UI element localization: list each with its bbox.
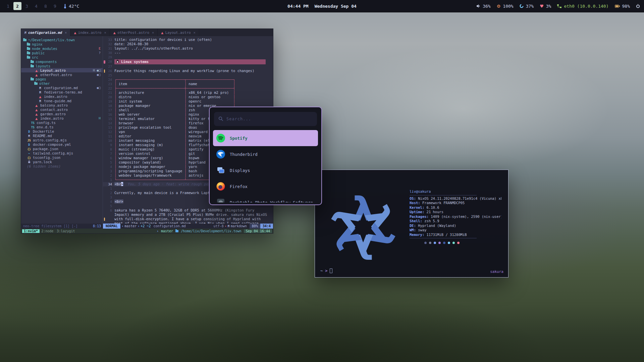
app-item-darktable-photo-workflow-software[interactable]: Darktable Photo Workflow Software bbox=[213, 194, 318, 202]
tab-close-icon[interactable]: × bbox=[152, 31, 154, 35]
tab-otherpost-astro[interactable]: ▲otherPost.astro× bbox=[110, 29, 158, 36]
tree-item-yarn-lock[interactable]: yarn.lock bbox=[21, 160, 103, 164]
search-input[interactable] bbox=[226, 117, 313, 121]
line-text bbox=[114, 55, 273, 59]
palette-dot-1 bbox=[429, 242, 431, 244]
table-border: │ bbox=[231, 99, 235, 103]
tab-layout-astro[interactable]: ▲Layout.astro× bbox=[158, 29, 199, 36]
tree-item-tsconfig-json[interactable]: {}tsconfig.json bbox=[21, 155, 103, 160]
tree-item-package-json[interactable]: {}package.json bbox=[21, 146, 103, 151]
tree-item-otherpost-astro[interactable]: ▲otherPost.astro●□ bbox=[21, 72, 103, 77]
hostname-label: sakura bbox=[490, 269, 503, 274]
fetch-entry-label: OS: bbox=[410, 196, 418, 200]
sign-column bbox=[103, 77, 106, 82]
tree-item-6-hidden-items[interactable]: (6 hidden items) bbox=[21, 164, 103, 168]
tmux-window-2-node[interactable]: 2:node bbox=[40, 229, 55, 233]
workspace-8[interactable]: 8 bbox=[42, 2, 50, 10]
buffer-line: 30--- bbox=[103, 51, 273, 55]
shell-prompt[interactable]: ~ > bbox=[320, 268, 332, 273]
module-brightness[interactable]: ⚙100% bbox=[497, 4, 514, 9]
tree-item-public[interactable]: public? bbox=[21, 51, 103, 55]
module-battery[interactable]: 98% bbox=[615, 4, 630, 9]
table-border: │ bbox=[114, 169, 119, 173]
search-box[interactable] bbox=[214, 112, 317, 126]
markdown-icon: M bbox=[38, 90, 42, 94]
module-network[interactable]: eth0 (10.0.0.140) bbox=[557, 4, 608, 9]
lock-icon bbox=[27, 160, 31, 164]
tree-item-fediverse-terms-md[interactable]: Mfediverse-terms.md bbox=[21, 90, 103, 94]
workspace-4[interactable]: 4 bbox=[32, 2, 40, 10]
buffer-line: 27 bbox=[103, 64, 273, 69]
line-number: 32 bbox=[106, 42, 114, 46]
volume-value: 36% bbox=[483, 4, 490, 9]
fetch-entry-value: zsh 5.9 bbox=[424, 219, 439, 223]
tree-item-nginx[interactable]: nginx bbox=[21, 42, 103, 46]
cpu-value: 3% bbox=[546, 4, 551, 9]
module-disk[interactable]: 37% bbox=[520, 4, 534, 9]
tree-item-contact-astro[interactable]: ▲contact.astro bbox=[21, 107, 103, 112]
tree-item-development-liv-town[interactable]: ~/Development/liv.town bbox=[21, 38, 103, 42]
tree-item-env-d-ts[interactable]: TSenv.d.ts bbox=[21, 125, 103, 129]
tree-item-docker-compose-yml[interactable]: Ddocker-compose.yml bbox=[21, 142, 103, 146]
tree-item-config-ts[interactable]: TSconfig.ts bbox=[21, 120, 103, 125]
module-cpu[interactable]: ♥3% bbox=[540, 4, 551, 9]
table-border: │ bbox=[114, 173, 119, 177]
app-item-firefox[interactable]: Firefox bbox=[213, 178, 318, 194]
workspace-2[interactable]: 2 bbox=[13, 2, 21, 10]
folder-icon bbox=[31, 61, 34, 63]
tree-item-layouts[interactable]: layouts bbox=[21, 64, 103, 68]
tab-close-icon[interactable]: × bbox=[65, 31, 67, 35]
tree-item-tone-guide-md[interactable]: Mtone-guide.md bbox=[21, 99, 103, 103]
table-cell: browser bbox=[119, 121, 182, 125]
tmux-window-3-lazygit[interactable]: 3:lazygit bbox=[55, 229, 76, 233]
workspace-3[interactable]: 3 bbox=[23, 2, 31, 10]
tree-item-src[interactable]: src bbox=[21, 55, 103, 59]
tree-item-badge: ●□ bbox=[97, 86, 101, 89]
app-label: Thunderbird bbox=[230, 152, 258, 157]
table-border: │ bbox=[182, 104, 189, 108]
tree-item-balcony-astro[interactable]: ▲balcony.astro bbox=[21, 103, 103, 107]
workspace-9[interactable]: 9 bbox=[51, 2, 59, 10]
tree-item-label: astro.config.mjs bbox=[33, 138, 67, 142]
module-power[interactable] bbox=[636, 4, 640, 8]
tree-item-node-modules[interactable]: node_modulesE bbox=[21, 46, 103, 51]
tree-item-astro-config-mjs[interactable]: JSastro.config.mjs bbox=[21, 138, 103, 142]
tree-item-pages[interactable]: pages bbox=[21, 77, 103, 81]
tree-item-index-astro[interactable]: ▲index.astro bbox=[21, 94, 103, 99]
app-item-spotify[interactable]: Spotify bbox=[213, 130, 318, 146]
tab-close-icon[interactable]: × bbox=[104, 31, 106, 35]
tree-item-label: src bbox=[32, 55, 38, 59]
tree-item-configuration-md[interactable]: Mconfiguration.md●□ bbox=[21, 85, 103, 90]
tree-item-layout-astro[interactable]: ▲Layout.astroH ●□ bbox=[21, 68, 103, 72]
tab-close-icon[interactable]: × bbox=[194, 31, 196, 35]
tree-item-index-astro[interactable]: ▲index.astroH bbox=[21, 116, 103, 120]
tmux-window-1-nvim[interactable]: 1:nvim* bbox=[22, 229, 40, 233]
module-volume[interactable]: 36% bbox=[476, 4, 490, 9]
tree-item-components[interactable]: components bbox=[21, 59, 103, 64]
tree-item-readme-md[interactable]: MREADME.md bbox=[21, 133, 103, 138]
tree-item-other[interactable]: other bbox=[21, 81, 103, 85]
line-number: 22 bbox=[106, 86, 114, 90]
tab-index-astro[interactable]: ▲index.astro× bbox=[70, 29, 110, 36]
sign-column bbox=[103, 208, 106, 224]
sign-column bbox=[103, 73, 106, 77]
workspace-1[interactable]: 1 bbox=[4, 2, 12, 10]
tab-configuration-md[interactable]: Mconfiguration.md× bbox=[21, 29, 70, 36]
line-number: 11 bbox=[106, 134, 114, 138]
app-item-displays[interactable]: Displays bbox=[213, 162, 318, 178]
fetch-entry-value: Framework FRANMDCP05 bbox=[422, 201, 465, 205]
tree-item-garden-astro[interactable]: ▲garden.astro bbox=[21, 112, 103, 116]
tree-item-tailwind-config-mjs[interactable]: ~tailwind.config.mjs bbox=[21, 151, 103, 155]
line-number: 5 bbox=[106, 160, 114, 165]
fetch-entry-value: 1409 (nix-system), 2590 (nix-user) bbox=[431, 215, 501, 219]
tree-item-badge: H ●□ bbox=[93, 68, 101, 72]
fetch-entry-kernel: Kernel: 6.10.6 bbox=[410, 205, 501, 210]
fetch-entry-value: 11731MiB / 31280MiB bbox=[427, 233, 467, 237]
sign-column bbox=[103, 191, 106, 195]
separator: › bbox=[157, 229, 159, 233]
tree-item-dockerfile[interactable]: DDockerfile bbox=[21, 129, 103, 133]
tree-item-label: configuration.md bbox=[44, 86, 78, 90]
fetch-content: λλλλλλ liv@sakura OS: NixOS 24.11.202408… bbox=[315, 170, 508, 277]
fetch-entry-label: Kernel: bbox=[410, 205, 427, 209]
app-item-thunderbird[interactable]: Thunderbird bbox=[213, 146, 318, 162]
